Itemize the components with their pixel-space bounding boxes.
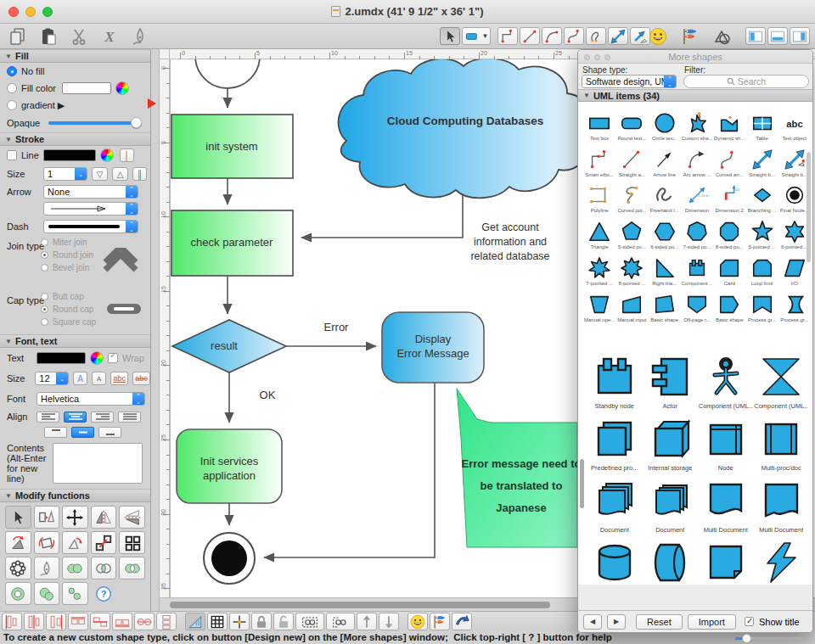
shape-item-curvedpoly[interactable]: Curved pol... [615,177,648,214]
viewleft-button[interactable] [745,27,766,45]
convert-button[interactable] [34,506,60,529]
grid-button[interactable] [119,531,145,554]
shape-item-freehand[interactable]: Freehand l... [649,177,681,214]
double-line-button[interactable]: ║ [132,167,147,181]
copy-button[interactable] [7,25,29,48]
shape-item-multidoc2[interactable]: Multi Document [754,479,810,534]
down-button[interactable] [379,613,399,630]
flags-button[interactable] [679,25,701,48]
contents-textarea[interactable] [53,443,143,484]
radio-icon[interactable] [7,83,17,93]
barrow-button[interactable] [452,613,472,630]
h1-button[interactable] [68,613,88,630]
scrollbar-thumb[interactable] [170,602,550,608]
align-left-button[interactable] [37,412,59,423]
cursor-button[interactable] [5,506,31,529]
shape-picker-button[interactable]: ▼ [462,27,491,45]
donut-button[interactable] [5,582,31,605]
text-color-swatch[interactable] [37,352,86,364]
sel1-button[interactable] [295,613,324,630]
font-larger-button[interactable]: A [73,372,87,385]
shape-type-combo[interactable]: Software design, UML⌃⌄ [582,75,677,88]
shape-item-curvedarr[interactable]: Curved arr... [713,141,745,177]
color-wheel-icon[interactable] [115,81,129,95]
shape-item-notecorner[interactable] [698,540,754,585]
shape-item-predef[interactable]: Predefined pro... [587,417,643,472]
modify-section-header[interactable]: ▼Modify functions [0,489,150,502]
h4-button[interactable] [134,613,155,630]
valign-top-button[interactable] [44,427,67,438]
dots-button[interactable] [62,582,88,605]
radio-icon[interactable] [41,318,48,326]
shape-item-tri[interactable]: Triangle [583,213,615,249]
thicker-button[interactable]: △ [112,167,128,181]
arrow-combo[interactable]: None⌃⌄ [43,185,138,199]
straightc-button[interactable] [520,27,540,45]
move-button[interactable] [62,506,88,529]
shape-item-star7[interactable]: 7-pointed ... [583,249,615,286]
align-justify-button[interactable] [118,412,141,423]
stroke-size-combo[interactable]: 1⌄ [43,167,87,181]
sidebar-collapse-arrow-icon[interactable] [148,98,156,109]
shape-item-star5[interactable]: 5-pointed ... [745,213,778,249]
freehandc-button[interactable] [586,27,606,45]
shape-item-rect[interactable]: Text box [583,104,615,141]
error-connector[interactable] [264,383,435,557]
shapes-scrollbar-thumb-right[interactable] [807,152,811,262]
shape-item-poly5[interactable]: 5-sided po... [615,213,648,249]
round-cap-option[interactable]: Round cap [41,303,93,315]
shape-item-standby[interactable]: Standby node [587,355,643,410]
dash-combo[interactable]: ⌃⌄ [43,220,138,233]
rotate3-button[interactable] [62,531,88,554]
exclude-button[interactable] [119,557,145,580]
shape-item-stickman[interactable]: Component (UML... [698,355,754,410]
rotate1-button[interactable] [5,531,31,554]
shape-item-branch[interactable]: Branching ... [745,177,778,214]
shape-item-basic2[interactable]: Basic shape [713,286,745,322]
link-button[interactable] [91,531,117,554]
shape-item-polyline[interactable]: Polyline [583,177,615,214]
flags-button[interactable] [430,613,450,630]
shape-item-dimension2[interactable]: 1.23Dimension 2 [713,177,745,214]
start-node[interactable] [195,59,260,88]
valign-middle-button[interactable] [71,427,94,438]
dblarrow-button[interactable] [608,27,628,45]
cloud-shape[interactable] [338,59,592,198]
shape-item-multidoc[interactable]: Multi Document [698,479,754,534]
strikethrough-button[interactable]: abc [132,372,150,385]
mirror2-button[interactable] [119,506,145,529]
shape-item-dimension[interactable]: 1.23 mDimension [681,177,713,214]
more-shapes-titlebar[interactable]: More shapes [578,50,812,64]
shape-item-elbow[interactable]: Smart elbo... [583,141,615,177]
cut-button[interactable] [68,25,90,48]
butt-cap-option[interactable]: Butt cap [41,290,84,302]
shape-item-roundrect[interactable]: Round text... [615,104,648,141]
arcc-button[interactable] [542,27,562,45]
shape-item-offpage[interactable]: Off-page r... [681,286,713,322]
color-wheel-icon[interactable] [90,351,104,365]
up-button[interactable] [357,613,377,630]
h2-button[interactable] [90,613,110,630]
align-center-button[interactable] [64,412,87,423]
grid-button[interactable] [207,613,228,630]
shape-item-multiproc[interactable]: Multi-proc/doc [754,417,810,472]
shape-item-bolt[interactable] [754,540,810,585]
unlock-button[interactable] [273,613,294,630]
ruler-button[interactable] [185,613,205,630]
shape-item-looplim[interactable]: Loop limit [745,249,778,286]
shape-item-star8[interactable]: 8-pointed ... [615,249,648,286]
import-button[interactable]: Import [688,614,736,630]
bevel-join-option[interactable]: Bevel join [41,261,89,273]
fill-section-header[interactable]: ▼Fill [0,49,150,63]
shape-item-arcarrow[interactable]: Arc arrow ... [681,141,713,177]
pen-button[interactable] [34,557,60,580]
h3-button[interactable] [112,613,132,630]
shape-item-dblarrow[interactable]: Straight b... [745,141,778,177]
prev-page-button[interactable]: ◀ [583,614,602,630]
shape-item-storage[interactable]: Internal storage [643,417,699,472]
line-style-button[interactable]: │ [120,148,134,162]
union-button[interactable] [62,557,88,580]
uml-items-section-header[interactable]: ▼UML items (34) [578,89,812,102]
shape-item-poly8[interactable]: 8-sided po... [713,213,745,249]
paste-button[interactable] [37,25,59,48]
